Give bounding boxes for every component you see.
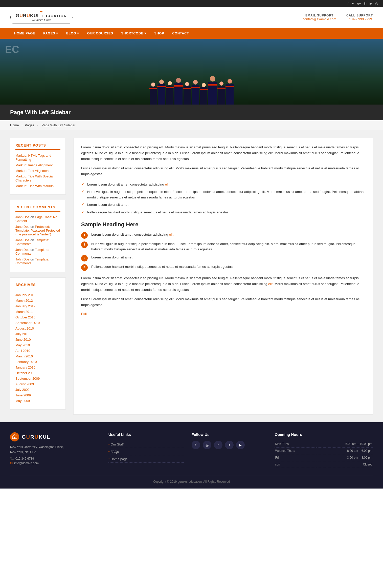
list-item: January 2012 (15, 304, 60, 308)
footer-social-twitter[interactable]: ✦ (225, 441, 234, 449)
archive-link[interactable]: January 2013 (15, 293, 35, 297)
archive-link[interactable]: May 2010 (15, 343, 30, 347)
list-item: Jane Doe on Template: Comments (15, 238, 60, 246)
nav-blog[interactable]: BLOG ▾ (62, 28, 83, 39)
footer-link[interactable]: Our Staff (110, 442, 124, 446)
header: GURUKUL EDUCATION We make future EMAIL S… (0, 7, 383, 28)
list-item: Pellentesque habitant morbi tristique se… (81, 209, 365, 216)
logo[interactable]: GURUKUL EDUCATION We make future (10, 11, 73, 24)
archive-link[interactable]: January 2012 (15, 304, 35, 308)
nav-contact[interactable]: CONTACT (168, 28, 193, 39)
number-badge-1: 1 (81, 232, 88, 239)
archive-link[interactable]: June 2009 (15, 393, 31, 397)
main-content: RECENT POSTS Markup: HTML Tags and Forma… (0, 130, 383, 422)
list-item: October 2009 (15, 371, 60, 375)
recent-post-link[interactable]: Markup: Title With Special Characters (15, 174, 53, 182)
list-item: April 2010 (15, 349, 60, 353)
numbered-item-text: Lorem ipsum dolor sit amet, consectetur … (91, 232, 173, 237)
numbered-item-link[interactable]: elit (169, 233, 173, 236)
list-item: June 2009 (15, 393, 60, 397)
archive-link[interactable]: October 2009 (15, 371, 35, 375)
nav-shop[interactable]: SHOP (150, 28, 168, 39)
archive-link[interactable]: February 2010 (15, 360, 37, 364)
archive-link[interactable]: October 2010 (15, 315, 35, 319)
social-google-plus[interactable]: g+ (357, 2, 361, 5)
list-item: October 2010 (15, 315, 60, 319)
archive-link[interactable]: September 2010 (15, 321, 40, 325)
list-item: March 2011 (15, 310, 60, 314)
social-youtube[interactable]: ▶ (370, 2, 372, 5)
comment-author[interactable]: John Doe (15, 215, 30, 219)
comment-author[interactable]: Jane Doe (15, 225, 30, 229)
archive-link[interactable]: March 2010 (15, 354, 33, 358)
breadcrumb-separator-2: › (37, 123, 39, 127)
breadcrumb-pages[interactable]: Pages (25, 123, 34, 127)
opening-hours-title: Opening Hours (275, 432, 373, 437)
footer-social-facebook[interactable]: f (192, 441, 200, 449)
social-linkedin[interactable]: in (364, 2, 367, 5)
comment-author[interactable]: Jane Doe (15, 238, 30, 242)
list-item: July 2010 (15, 332, 60, 336)
footer-link[interactable]: FAQs (110, 450, 119, 454)
footer-opening-hours: Opening Hours Mon-Tues 6.00 am – 10.00 p… (275, 432, 373, 468)
email-support-block: EMAIL SUPPORT contact@example.com (303, 14, 336, 21)
social-facebook[interactable]: f (347, 2, 348, 5)
hours-value: Closed (317, 461, 373, 468)
archive-link[interactable]: March 2012 (15, 299, 33, 302)
phone-icon: 📞 (10, 457, 14, 460)
check-item-link[interactable]: elit (165, 183, 169, 186)
number-badge-3: 3 (81, 255, 88, 261)
footer-social-linkedin[interactable]: in (214, 441, 222, 449)
email-support-label: EMAIL SUPPORT (303, 14, 336, 17)
number-badge-4: 4 (81, 264, 88, 271)
list-item: July 2009 (15, 388, 60, 392)
social-instagram[interactable]: ◎ (375, 2, 378, 5)
hours-value: 8.00 am – 6.00 pm (317, 448, 373, 454)
article-closing-2: Fusce Lorem ipsum dolor sit amet, consec… (81, 296, 365, 308)
social-twitter[interactable]: ✦ (351, 2, 354, 5)
comment-author[interactable]: John Doe (15, 257, 30, 261)
archive-link[interactable]: July 2010 (15, 332, 30, 336)
recent-post-link[interactable]: Markup: Title With Markup (15, 184, 54, 188)
archive-link[interactable]: April 2010 (15, 349, 30, 353)
nav-pages[interactable]: PAGES ▾ (39, 28, 62, 39)
call-support-block: CALL SUPPORT +1 999 999 9999 (346, 14, 373, 21)
list-item: Markup: HTML Tags and Formatting (15, 153, 60, 161)
recent-post-link[interactable]: Markup: Text Alignment (15, 169, 50, 173)
comment-on: on (30, 257, 35, 261)
archive-link[interactable]: July 2009 (15, 388, 30, 392)
recent-post-link[interactable]: Markup: HTML Tags and Formatting (15, 154, 51, 161)
page-title: Page With Left Sidebar (10, 109, 373, 116)
edit-link[interactable]: Edit (81, 312, 87, 316)
list-item: 1 Lorem ipsum dolor sit amet, consectetu… (81, 232, 365, 239)
numbered-item-text: Nunc vel ligula in augue tristique pelle… (91, 241, 365, 252)
day-label: Wednes-Thurs (275, 448, 317, 454)
footer-social-youtube[interactable]: ▶ (236, 441, 245, 449)
call-support-value: +1 999 999 9999 (346, 17, 373, 21)
nav-our-courses[interactable]: OUR COURSES (83, 28, 117, 39)
nav-shortcode[interactable]: SHORTCODE ▾ (117, 28, 150, 39)
archive-link[interactable]: September 2009 (15, 377, 40, 380)
archive-link[interactable]: May 2009 (15, 399, 30, 403)
hero-placeholder: EC (0, 39, 383, 105)
comment-on: on (30, 225, 35, 229)
archive-link[interactable]: August 2010 (15, 327, 34, 330)
email-icon: ✉ (10, 461, 13, 465)
archive-link[interactable]: January 2010 (15, 366, 35, 369)
nav-home-page[interactable]: HOME PAGE (10, 28, 39, 39)
comment-author[interactable]: John Doe (15, 248, 30, 252)
call-support-label: CALL SUPPORT (346, 14, 373, 17)
list-item: John Doe on Edge Case: No Content (15, 215, 60, 223)
article-area: Lorem ipsum dolor sit amet, consectetur … (73, 138, 373, 415)
sample-heading: Sample Heading Here (81, 221, 365, 228)
footer-link[interactable]: Home page (110, 457, 127, 461)
list-item: John Doe on Template: Comments (15, 248, 60, 255)
recent-post-link[interactable]: Markup: Image Alignment (15, 163, 53, 167)
breadcrumb-home[interactable]: Home (10, 123, 19, 127)
footer: GURUKUL New York University, Washington … (0, 422, 383, 489)
footer-social-instagram[interactable]: ◎ (203, 441, 211, 449)
archive-link[interactable]: August 2009 (15, 382, 34, 386)
archive-link[interactable]: June 2010 (15, 338, 31, 341)
archive-link[interactable]: March 2011 (15, 310, 33, 314)
article-link[interactable]: elit (268, 282, 273, 286)
